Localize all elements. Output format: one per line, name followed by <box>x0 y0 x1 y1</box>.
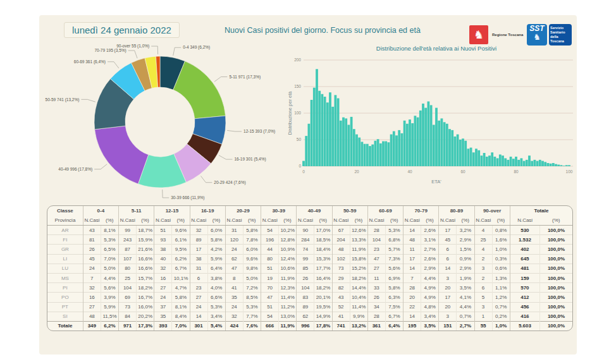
age-bar[interactable] <box>539 160 541 166</box>
age-bar[interactable] <box>419 111 422 166</box>
age-bar[interactable] <box>451 130 453 166</box>
age-bar[interactable] <box>565 165 568 166</box>
age-bar[interactable] <box>470 148 472 166</box>
age-bar[interactable] <box>316 69 318 166</box>
age-bar[interactable] <box>467 149 470 166</box>
age-bar[interactable] <box>393 131 395 166</box>
age-bar[interactable] <box>454 136 457 166</box>
age-bar[interactable] <box>358 138 360 166</box>
age-bar[interactable] <box>502 155 504 166</box>
age-bar[interactable] <box>424 108 427 166</box>
age-bar[interactable] <box>428 102 430 167</box>
age-bar[interactable] <box>441 118 443 166</box>
age-bar[interactable] <box>547 163 550 166</box>
age-bar[interactable] <box>403 121 406 166</box>
age-bar[interactable] <box>448 129 451 166</box>
age-histogram[interactable]: 050100150200020406080100Distribuzione de… <box>286 39 583 191</box>
age-bar[interactable] <box>417 118 419 166</box>
age-bar[interactable] <box>462 138 464 166</box>
age-bar[interactable] <box>504 158 507 166</box>
age-bar[interactable] <box>366 144 369 166</box>
age-bar[interactable] <box>496 158 499 166</box>
age-bar[interactable] <box>472 152 475 166</box>
age-bar[interactable] <box>531 161 533 166</box>
age-bar[interactable] <box>557 165 560 167</box>
age-bar[interactable] <box>438 121 440 166</box>
age-bar[interactable] <box>324 97 326 166</box>
age-bar[interactable] <box>555 164 557 166</box>
donut-segment-40-49[interactable] <box>95 126 149 184</box>
age-bar[interactable] <box>550 164 552 166</box>
age-bar[interactable] <box>308 124 311 166</box>
age-bar[interactable] <box>430 105 433 166</box>
age-bar[interactable] <box>499 155 502 167</box>
age-bar[interactable] <box>318 91 321 166</box>
age-bar[interactable] <box>395 135 398 166</box>
age-bar[interactable] <box>385 142 387 167</box>
age-bar[interactable] <box>305 136 307 166</box>
age-bar[interactable] <box>563 166 565 166</box>
age-bar[interactable] <box>414 116 417 166</box>
age-bar[interactable] <box>560 165 563 166</box>
age-bar[interactable] <box>302 161 305 166</box>
age-bar[interactable] <box>409 119 411 166</box>
age-bar[interactable] <box>491 152 493 166</box>
age-bar[interactable] <box>364 144 366 166</box>
age-bar[interactable] <box>331 107 334 166</box>
age-bar[interactable] <box>481 155 483 166</box>
age-bar[interactable] <box>355 135 358 166</box>
age-bar[interactable] <box>390 135 393 166</box>
age-bar[interactable] <box>475 149 477 166</box>
age-bar[interactable] <box>494 157 496 166</box>
age-bar[interactable] <box>568 165 570 166</box>
age-bar[interactable] <box>521 158 523 166</box>
age-bar[interactable] <box>329 92 331 166</box>
age-bar[interactable] <box>342 118 345 166</box>
age-bar[interactable] <box>510 157 512 166</box>
age-bar[interactable] <box>528 155 531 166</box>
age-bar[interactable] <box>512 159 515 166</box>
age-bar[interactable] <box>523 161 526 166</box>
age-bar[interactable] <box>313 88 316 166</box>
age-bar[interactable] <box>350 117 353 166</box>
age-bar[interactable] <box>321 94 324 166</box>
age-bar[interactable] <box>335 95 337 166</box>
age-bar[interactable] <box>464 141 467 166</box>
age-bar[interactable] <box>361 142 364 166</box>
age-bar[interactable] <box>337 99 340 167</box>
age-bar[interactable] <box>348 125 350 167</box>
age-bar[interactable] <box>340 121 342 166</box>
age-bar[interactable] <box>369 146 371 166</box>
age-bar[interactable] <box>544 162 546 166</box>
age-bar[interactable] <box>526 160 528 166</box>
age-bar[interactable] <box>379 143 382 166</box>
age-bar[interactable] <box>517 160 520 166</box>
age-bar[interactable] <box>345 118 347 166</box>
age-bar[interactable] <box>534 160 536 166</box>
age-bar[interactable] <box>488 155 491 166</box>
age-bar[interactable] <box>459 140 462 166</box>
age-bar[interactable] <box>443 122 446 166</box>
age-bar[interactable] <box>353 129 355 166</box>
age-bar[interactable] <box>374 141 377 166</box>
age-bar[interactable] <box>457 135 459 166</box>
age-bar[interactable] <box>326 102 329 166</box>
age-bar[interactable] <box>382 142 385 167</box>
age-bar[interactable] <box>422 104 424 166</box>
age-bar[interactable] <box>446 124 448 166</box>
age-bar[interactable] <box>552 163 555 166</box>
age-bar[interactable] <box>483 153 486 166</box>
age-bar[interactable] <box>541 161 544 166</box>
age-bar[interactable] <box>515 157 517 166</box>
age-bar[interactable] <box>477 150 480 166</box>
age-bar[interactable] <box>406 124 409 166</box>
age-bar[interactable] <box>371 145 374 166</box>
age-bar[interactable] <box>377 139 379 166</box>
age-donut-chart[interactable]: 0-4 349 (6,2%)5-11 971 (17,3%)12-15 393 … <box>42 35 288 210</box>
age-bar[interactable] <box>388 142 390 166</box>
age-bar[interactable] <box>435 108 438 166</box>
age-bar[interactable] <box>401 133 403 166</box>
age-bar[interactable] <box>486 157 488 166</box>
age-bar[interactable] <box>311 100 313 166</box>
age-bar[interactable] <box>398 130 400 166</box>
